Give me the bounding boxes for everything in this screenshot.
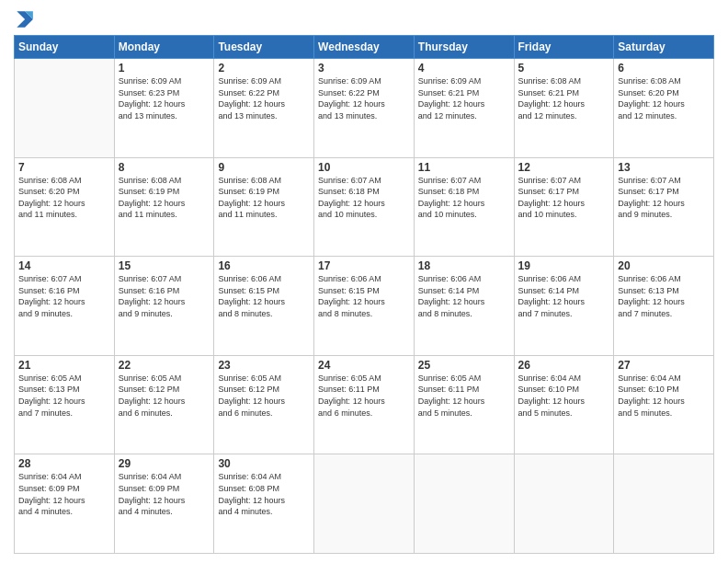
calendar-cell: 4Sunrise: 6:09 AMSunset: 6:21 PMDaylight… bbox=[414, 59, 514, 158]
calendar-cell: 8Sunrise: 6:08 AMSunset: 6:19 PMDaylight… bbox=[114, 157, 214, 257]
calendar-cell: 26Sunrise: 6:04 AMSunset: 6:10 PMDayligh… bbox=[514, 355, 614, 454]
calendar-cell: 29Sunrise: 6:04 AMSunset: 6:09 PMDayligh… bbox=[114, 454, 214, 554]
header-day: Saturday bbox=[614, 36, 714, 59]
day-info: Sunrise: 6:09 AMSunset: 6:22 PMDaylight:… bbox=[318, 75, 410, 121]
calendar-cell: 11Sunrise: 6:07 AMSunset: 6:18 PMDayligh… bbox=[414, 157, 514, 257]
day-number: 18 bbox=[418, 259, 510, 272]
calendar-cell: 18Sunrise: 6:06 AMSunset: 6:14 PMDayligh… bbox=[414, 257, 514, 356]
day-number: 12 bbox=[518, 161, 610, 174]
day-info: Sunrise: 6:08 AMSunset: 6:20 PMDaylight:… bbox=[18, 175, 110, 221]
calendar-cell: 19Sunrise: 6:06 AMSunset: 6:14 PMDayligh… bbox=[514, 257, 614, 356]
day-info: Sunrise: 6:08 AMSunset: 6:19 PMDaylight:… bbox=[218, 175, 310, 221]
day-info: Sunrise: 6:09 AMSunset: 6:22 PMDaylight:… bbox=[218, 75, 310, 121]
calendar-cell: 10Sunrise: 6:07 AMSunset: 6:18 PMDayligh… bbox=[314, 157, 415, 257]
day-number: 24 bbox=[318, 359, 410, 372]
week-row: 1Sunrise: 6:09 AMSunset: 6:23 PMDaylight… bbox=[15, 59, 714, 158]
day-number: 10 bbox=[318, 161, 410, 174]
day-number: 1 bbox=[119, 62, 210, 75]
header-day: Thursday bbox=[414, 36, 514, 59]
day-number: 3 bbox=[318, 62, 410, 75]
day-info: Sunrise: 6:05 AMSunset: 6:11 PMDaylight:… bbox=[418, 373, 510, 419]
day-info: Sunrise: 6:05 AMSunset: 6:12 PMDaylight:… bbox=[218, 373, 310, 419]
day-info: Sunrise: 6:06 AMSunset: 6:14 PMDaylight:… bbox=[518, 273, 610, 319]
day-info: Sunrise: 6:06 AMSunset: 6:13 PMDaylight:… bbox=[618, 273, 710, 319]
calendar-cell: 13Sunrise: 6:07 AMSunset: 6:17 PMDayligh… bbox=[614, 157, 714, 257]
week-row: 28Sunrise: 6:04 AMSunset: 6:09 PMDayligh… bbox=[15, 454, 714, 554]
header-day: Sunday bbox=[15, 36, 115, 59]
day-number: 28 bbox=[18, 457, 110, 470]
day-number: 15 bbox=[119, 259, 210, 272]
day-number: 19 bbox=[518, 259, 610, 272]
day-number: 27 bbox=[618, 359, 710, 372]
calendar-cell: 7Sunrise: 6:08 AMSunset: 6:20 PMDaylight… bbox=[15, 157, 115, 257]
calendar-cell: 23Sunrise: 6:05 AMSunset: 6:12 PMDayligh… bbox=[214, 355, 314, 454]
day-info: Sunrise: 6:09 AMSunset: 6:23 PMDaylight:… bbox=[119, 75, 210, 121]
calendar-cell: 12Sunrise: 6:07 AMSunset: 6:17 PMDayligh… bbox=[514, 157, 614, 257]
day-info: Sunrise: 6:04 AMSunset: 6:08 PMDaylight:… bbox=[218, 471, 310, 517]
calendar-cell: 9Sunrise: 6:08 AMSunset: 6:19 PMDaylight… bbox=[214, 157, 314, 257]
day-info: Sunrise: 6:06 AMSunset: 6:15 PMDaylight:… bbox=[318, 273, 410, 319]
day-number: 13 bbox=[618, 161, 710, 174]
logo bbox=[14, 9, 38, 29]
day-number: 9 bbox=[218, 161, 310, 174]
calendar-cell bbox=[314, 454, 415, 554]
day-info: Sunrise: 6:07 AMSunset: 6:16 PMDaylight:… bbox=[18, 273, 110, 319]
logo-icon bbox=[14, 9, 34, 29]
header-day: Tuesday bbox=[214, 36, 314, 59]
header-day: Friday bbox=[514, 36, 614, 59]
day-number: 7 bbox=[18, 161, 110, 174]
day-number: 20 bbox=[618, 259, 710, 272]
day-number: 22 bbox=[119, 359, 210, 372]
day-number: 4 bbox=[418, 62, 510, 75]
calendar-cell: 28Sunrise: 6:04 AMSunset: 6:09 PMDayligh… bbox=[15, 454, 115, 554]
calendar-cell: 16Sunrise: 6:06 AMSunset: 6:15 PMDayligh… bbox=[214, 257, 314, 356]
day-number: 14 bbox=[18, 259, 110, 272]
header-row: SundayMondayTuesdayWednesdayThursdayFrid… bbox=[15, 36, 714, 59]
day-info: Sunrise: 6:07 AMSunset: 6:17 PMDaylight:… bbox=[618, 175, 710, 221]
day-info: Sunrise: 6:04 AMSunset: 6:09 PMDaylight:… bbox=[119, 471, 210, 517]
day-info: Sunrise: 6:07 AMSunset: 6:18 PMDaylight:… bbox=[318, 175, 410, 221]
calendar-cell: 3Sunrise: 6:09 AMSunset: 6:22 PMDaylight… bbox=[314, 59, 415, 158]
day-info: Sunrise: 6:04 AMSunset: 6:09 PMDaylight:… bbox=[18, 471, 110, 517]
day-info: Sunrise: 6:05 AMSunset: 6:13 PMDaylight:… bbox=[18, 373, 110, 419]
calendar-cell: 24Sunrise: 6:05 AMSunset: 6:11 PMDayligh… bbox=[314, 355, 415, 454]
day-number: 25 bbox=[418, 359, 510, 372]
calendar-cell: 6Sunrise: 6:08 AMSunset: 6:20 PMDaylight… bbox=[614, 59, 714, 158]
calendar-cell: 27Sunrise: 6:04 AMSunset: 6:10 PMDayligh… bbox=[614, 355, 714, 454]
calendar-cell bbox=[614, 454, 714, 554]
day-info: Sunrise: 6:05 AMSunset: 6:11 PMDaylight:… bbox=[318, 373, 410, 419]
calendar-cell: 30Sunrise: 6:04 AMSunset: 6:08 PMDayligh… bbox=[214, 454, 314, 554]
calendar-cell: 22Sunrise: 6:05 AMSunset: 6:12 PMDayligh… bbox=[114, 355, 214, 454]
calendar-cell: 14Sunrise: 6:07 AMSunset: 6:16 PMDayligh… bbox=[15, 257, 115, 356]
calendar-cell: 5Sunrise: 6:08 AMSunset: 6:21 PMDaylight… bbox=[514, 59, 614, 158]
day-info: Sunrise: 6:07 AMSunset: 6:18 PMDaylight:… bbox=[418, 175, 510, 221]
day-info: Sunrise: 6:04 AMSunset: 6:10 PMDaylight:… bbox=[618, 373, 710, 419]
day-info: Sunrise: 6:07 AMSunset: 6:16 PMDaylight:… bbox=[119, 273, 210, 319]
week-row: 14Sunrise: 6:07 AMSunset: 6:16 PMDayligh… bbox=[15, 257, 714, 356]
week-row: 21Sunrise: 6:05 AMSunset: 6:13 PMDayligh… bbox=[15, 355, 714, 454]
day-info: Sunrise: 6:05 AMSunset: 6:12 PMDaylight:… bbox=[119, 373, 210, 419]
calendar-cell: 21Sunrise: 6:05 AMSunset: 6:13 PMDayligh… bbox=[15, 355, 115, 454]
day-number: 26 bbox=[518, 359, 610, 372]
header-day: Monday bbox=[114, 36, 214, 59]
calendar-cell: 2Sunrise: 6:09 AMSunset: 6:22 PMDaylight… bbox=[214, 59, 314, 158]
day-info: Sunrise: 6:07 AMSunset: 6:17 PMDaylight:… bbox=[518, 175, 610, 221]
calendar-cell bbox=[15, 59, 115, 158]
calendar-cell bbox=[514, 454, 614, 554]
calendar-cell: 25Sunrise: 6:05 AMSunset: 6:11 PMDayligh… bbox=[414, 355, 514, 454]
day-number: 6 bbox=[618, 62, 710, 75]
calendar-cell: 17Sunrise: 6:06 AMSunset: 6:15 PMDayligh… bbox=[314, 257, 415, 356]
day-number: 8 bbox=[119, 161, 210, 174]
header-day: Wednesday bbox=[314, 36, 415, 59]
calendar-cell: 15Sunrise: 6:07 AMSunset: 6:16 PMDayligh… bbox=[114, 257, 214, 356]
day-info: Sunrise: 6:04 AMSunset: 6:10 PMDaylight:… bbox=[518, 373, 610, 419]
day-number: 23 bbox=[218, 359, 310, 372]
day-number: 16 bbox=[218, 259, 310, 272]
calendar-cell: 1Sunrise: 6:09 AMSunset: 6:23 PMDaylight… bbox=[114, 59, 214, 158]
page: SundayMondayTuesdayWednesdayThursdayFrid… bbox=[0, 0, 728, 563]
day-info: Sunrise: 6:06 AMSunset: 6:15 PMDaylight:… bbox=[218, 273, 310, 319]
day-number: 17 bbox=[318, 259, 410, 272]
day-number: 5 bbox=[518, 62, 610, 75]
calendar-cell: 20Sunrise: 6:06 AMSunset: 6:13 PMDayligh… bbox=[614, 257, 714, 356]
day-number: 2 bbox=[218, 62, 310, 75]
